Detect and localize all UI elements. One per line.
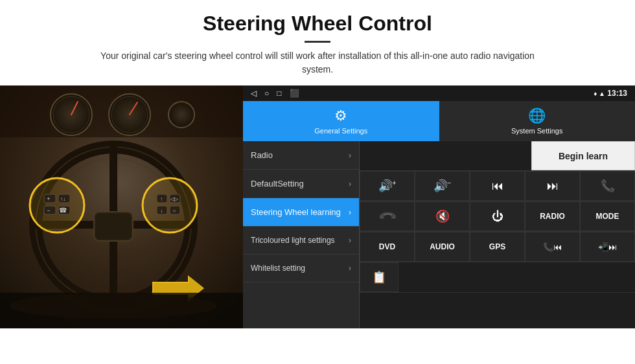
menu-item-radio[interactable]: Radio ›	[243, 141, 359, 170]
car-image-area: + ↑↓ − ☎ ↑ ◁▷ ↓ ○	[0, 85, 243, 328]
svg-point-37	[10, 293, 217, 319]
status-left: ◁ ○ □ ⬛	[251, 89, 299, 98]
menu-item-tricoloured[interactable]: Tricoloured light settings ›	[243, 227, 359, 255]
status-time: ♦ ▲ 13:13	[594, 89, 627, 98]
main-content: + ↑↓ − ☎ ↑ ◁▷ ↓ ○	[0, 85, 635, 328]
mute-btn[interactable]: 🔇	[415, 201, 470, 231]
call-btn[interactable]: 📞	[580, 171, 635, 201]
page-header: Steering Wheel Control Your original car…	[0, 0, 635, 83]
volume-up-icon: 🔊+	[378, 179, 397, 193]
page-subtitle: Your original car's steering wheel contr…	[91, 49, 544, 76]
volume-down-icon: 🔊−	[433, 179, 452, 193]
begin-learn-row: Begin learn	[360, 141, 635, 171]
audio-btn[interactable]: AUDIO	[415, 232, 470, 262]
steering-wheel-illustration: + ↑↓ − ☎ ↑ ◁▷ ↓ ○	[0, 85, 243, 328]
back-icon: ◁	[251, 89, 257, 98]
menu-item-steering[interactable]: Steering Wheel learning ›	[243, 198, 359, 227]
call-next-btn[interactable]: 📲⏭	[580, 232, 635, 262]
recents-icon: □	[277, 89, 281, 98]
prev-track-icon: ⏮	[492, 179, 503, 193]
dvd-btn[interactable]: DVD	[360, 232, 415, 262]
volume-down-btn[interactable]: 🔊−	[415, 171, 470, 201]
home-icon: ○	[264, 89, 269, 98]
call-next-icon: 📲⏭	[598, 242, 617, 252]
tab-general-label: General Settings	[314, 127, 367, 135]
playlist-icon: 📋	[372, 270, 386, 284]
svg-point-8	[168, 102, 194, 128]
wifi-icon: ♦ ▲	[594, 90, 605, 97]
menu-icon: ⬛	[290, 89, 299, 98]
menu-arrow-whitelist: ›	[349, 264, 351, 273]
left-menu: Radio › DefaultSetting › Steering Wheel …	[243, 141, 360, 328]
status-bar: ◁ ○ □ ⬛ ♦ ▲ 13:13	[243, 85, 635, 101]
hangup-icon: 📞	[377, 206, 397, 226]
last-row: 📋	[360, 262, 635, 293]
begin-learn-button[interactable]: Begin learn	[531, 141, 635, 170]
next-track-btn[interactable]: ⏭	[525, 171, 580, 201]
power-icon: ⏻	[492, 210, 503, 223]
system-settings-icon: 🌐	[528, 108, 546, 124]
svg-rect-15	[96, 214, 131, 239]
radio-btn[interactable]: RADIO	[525, 201, 580, 231]
call-prev-btn[interactable]: 📞⏮	[525, 232, 580, 262]
mode-btn[interactable]: MODE	[580, 201, 635, 231]
begin-learn-empty	[360, 141, 531, 170]
ctrl-grid-row3: DVD AUDIO GPS 📞⏮ 📲⏭	[360, 232, 635, 262]
power-btn[interactable]: ⏻	[470, 201, 525, 231]
general-settings-icon: ⚙	[334, 108, 347, 124]
mute-icon: 🔇	[435, 209, 450, 223]
title-divider	[305, 41, 330, 43]
menu-item-whitelist[interactable]: Whitelist setting ›	[243, 255, 359, 282]
svg-text:↑↓: ↑↓	[60, 196, 65, 202]
right-panel: Begin learn 🔊+ 🔊− ⏮ ⏭	[360, 141, 635, 328]
svg-point-16	[30, 178, 84, 233]
svg-text:◁▷: ◁▷	[170, 196, 179, 202]
svg-text:−: −	[47, 207, 50, 214]
menu-arrow-default: ›	[349, 179, 351, 188]
svg-point-25	[143, 178, 197, 233]
prev-track-btn[interactable]: ⏮	[470, 171, 525, 201]
content-area: Radio › DefaultSetting › Steering Wheel …	[243, 141, 635, 328]
android-ui: ◁ ○ □ ⬛ ♦ ▲ 13:13 ⚙ General Settings 🌐 S…	[243, 85, 635, 328]
ctrl-grid-row1: 🔊+ 🔊− ⏮ ⏭ 📞	[360, 171, 635, 201]
tab-system-label: System Settings	[511, 127, 562, 135]
svg-text:↓: ↓	[160, 208, 163, 214]
tab-bar: ⚙ General Settings 🌐 System Settings	[243, 101, 635, 141]
playlist-btn[interactable]: 📋	[360, 262, 398, 292]
menu-arrow-radio: ›	[349, 151, 351, 160]
gps-btn[interactable]: GPS	[470, 232, 525, 262]
tab-general-settings[interactable]: ⚙ General Settings	[243, 101, 439, 141]
call-icon: 📞	[601, 179, 615, 193]
ctrl-grid-row2: 📞 🔇 ⏻ RADIO MODE	[360, 201, 635, 232]
svg-text:○: ○	[173, 208, 176, 214]
page-title: Steering Wheel Control	[26, 12, 609, 36]
svg-text:☎: ☎	[59, 207, 67, 214]
menu-arrow-steering: ›	[349, 208, 351, 217]
tab-system-settings[interactable]: 🌐 System Settings	[439, 101, 636, 141]
hangup-btn[interactable]: 📞	[360, 201, 415, 231]
volume-up-btn[interactable]: 🔊+	[360, 171, 415, 201]
svg-text:↑: ↑	[160, 196, 163, 202]
svg-text:+: +	[47, 196, 50, 202]
menu-arrow-tricoloured: ›	[349, 236, 351, 245]
call-prev-icon: 📞⏮	[543, 242, 562, 252]
next-track-icon: ⏭	[547, 179, 559, 193]
menu-item-default[interactable]: DefaultSetting ›	[243, 170, 359, 198]
